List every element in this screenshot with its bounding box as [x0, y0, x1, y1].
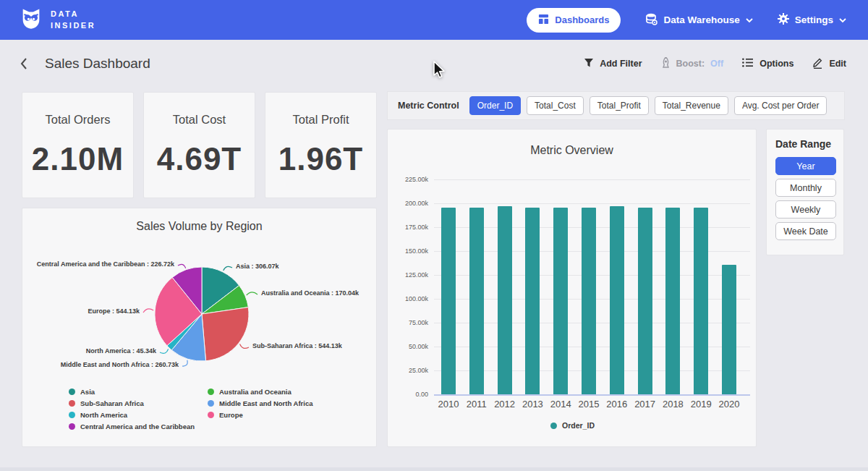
metric-control-label: Metric Control	[398, 101, 459, 111]
pie-legend-item-central-america-and-the-caribbean[interactable]: Central America and the Caribbean	[69, 420, 195, 432]
kpi-card-total-cost: Total Cost 4.69T	[143, 92, 255, 198]
date-range-option-year[interactable]: Year	[775, 157, 836, 175]
pie-label-sub-saharan-africa: Sub-Saharan Africa : 544.13k	[252, 342, 343, 349]
metric-option-order-id[interactable]: Order_ID	[469, 96, 521, 115]
chevron-down-icon	[839, 14, 846, 25]
owl-logo-icon	[19, 7, 43, 34]
pie-legend-item-europe[interactable]: Europe	[208, 409, 313, 420]
data-warehouse-menu[interactable]: Data Warehouse	[645, 13, 752, 27]
pencil-icon	[812, 57, 823, 71]
date-range-option-monthly[interactable]: Monthly	[775, 179, 836, 197]
y-tick-label: 200.00k	[388, 200, 428, 207]
kpi-label: Total Cost	[173, 113, 226, 127]
date-range-option-week-date[interactable]: Week Date	[775, 222, 836, 240]
y-tick-label: 75.00k	[388, 319, 428, 326]
pie-leader-line-europe	[143, 309, 153, 313]
bar-legend-item-order-id[interactable]: Order_ID	[550, 420, 595, 431]
legend-label: Order_ID	[562, 421, 595, 430]
settings-menu[interactable]: Settings	[778, 13, 846, 27]
legend-dot-icon	[69, 423, 75, 430]
pie-label-europe: Europe : 544.13k	[88, 307, 140, 315]
bar-2013[interactable]	[525, 208, 540, 394]
pie-leader-line-sub-saharan-africa	[240, 344, 250, 349]
metric-option-total-profit[interactable]: Total_Profit	[590, 96, 649, 115]
bar-2019[interactable]	[694, 208, 708, 394]
legend-label: Middle East and North Africa	[219, 399, 313, 407]
options-button[interactable]: Options	[742, 58, 793, 69]
metric-option-total-cost[interactable]: Total_Cost	[527, 96, 584, 115]
bar-2017[interactable]	[638, 208, 652, 394]
x-label-2020: 2020	[713, 399, 745, 410]
date-range-panel: Date Range YearMonthlyWeeklyWeek Date	[766, 129, 844, 255]
legend-label: Central America and the Caribbean	[80, 423, 195, 430]
pie-legend-item-australia-and-oceania[interactable]: Australia and Oceania	[208, 386, 313, 397]
bar-2014[interactable]	[553, 208, 568, 394]
gridline	[434, 179, 750, 180]
legend-label: Asia	[80, 388, 95, 396]
bar-2012[interactable]	[498, 206, 512, 394]
kpi-value: 2.10M	[32, 141, 124, 177]
pie-legend-item-asia[interactable]: Asia	[69, 386, 195, 397]
bar-chart-panel: Metric Overview 225.00k200.00k175.00k150…	[387, 129, 757, 447]
x-label-2011: 2011	[461, 399, 493, 410]
boost-toggle[interactable]: Boost: Off	[661, 57, 724, 71]
pie-leader-line-north-america	[160, 349, 169, 353]
pie-leader-line-asia	[224, 266, 232, 271]
legend-dot-icon	[208, 389, 214, 395]
metric-option-avg-cost-per-order[interactable]: Avg. Cost per Order	[734, 96, 827, 115]
pie-slice-sub-saharan-africa[interactable]	[202, 307, 249, 361]
x-label-2010: 2010	[433, 399, 464, 410]
bar-2018[interactable]	[665, 208, 680, 394]
add-filter-button[interactable]: Add Filter	[584, 58, 642, 70]
x-axis-line	[434, 394, 750, 396]
funnel-icon	[584, 58, 594, 70]
pie-label-north-america: North America : 45.34k	[86, 347, 157, 355]
top-navbar: DATA INSIDER Dashboards	[0, 0, 868, 40]
pie-leader-line-central-america-and-the-caribbean	[178, 264, 186, 268]
pie-legend-item-north-america[interactable]: North America	[69, 409, 195, 420]
pie-label-central-america-and-the-caribbean: Central America and the Caribbean : 226.…	[37, 260, 175, 268]
edit-button[interactable]: Edit	[812, 57, 846, 71]
y-tick-label: 175.00k	[388, 224, 428, 231]
legend-dot-icon	[550, 423, 557, 429]
x-label-2016: 2016	[601, 399, 633, 410]
x-label-2013: 2013	[516, 399, 548, 410]
kpi-label: Total Profit	[293, 113, 349, 127]
bar-2011[interactable]	[469, 208, 484, 394]
y-tick-label: 50.00k	[388, 343, 428, 350]
pie-leader-line-australia-and-oceania	[247, 292, 258, 295]
bar-2020[interactable]	[722, 265, 736, 394]
bottom-strip	[0, 467, 868, 471]
legend-dot-icon	[208, 412, 214, 418]
app-root: DATA INSIDER Dashboards	[0, 0, 868, 471]
gear-icon	[778, 13, 789, 27]
y-tick-label: 150.00k	[388, 247, 428, 255]
y-tick-label: 225.00k	[388, 176, 428, 183]
kpi-card-total-profit: Total Profit 1.96T	[265, 92, 377, 198]
bar-2010[interactable]	[441, 208, 456, 394]
metric-control-bar: Metric Control Order_IDTotal_CostTotal_P…	[387, 91, 845, 120]
bar-2015[interactable]	[582, 208, 596, 394]
x-label-2019: 2019	[685, 399, 717, 410]
metric-option-total-revenue[interactable]: Total_Revenue	[655, 96, 728, 115]
brand-logo[interactable]: DATA INSIDER	[19, 7, 95, 34]
pie-label-australia-and-oceania: Australia and Oceania : 170.04k	[261, 289, 359, 297]
brand-name: DATA INSIDER	[51, 9, 95, 32]
pie-legend-item-middle-east-and-north-africa[interactable]: Middle East and North Africa	[208, 397, 313, 409]
date-range-option-weekly[interactable]: Weekly	[775, 200, 836, 218]
dashboards-button[interactable]: Dashboards	[527, 8, 621, 33]
gridline	[434, 203, 750, 204]
pie-legend-item-sub-saharan-africa[interactable]: Sub-Saharan Africa	[69, 397, 195, 409]
pie-chart-title: Sales Volume by Region	[22, 220, 376, 233]
page-header: Sales Dashboard Add Filter Boost: Off	[0, 40, 868, 88]
y-tick-label: 25.00k	[388, 367, 428, 374]
date-range-label: Date Range	[775, 138, 835, 150]
page-title: Sales Dashboard	[45, 56, 150, 72]
bar-2016[interactable]	[610, 206, 624, 394]
kpi-label: Total Orders	[46, 113, 111, 127]
boost-state: Off	[710, 59, 723, 69]
back-button[interactable]	[19, 56, 29, 71]
x-label-2018: 2018	[657, 399, 689, 410]
y-tick-label: 125.00k	[388, 271, 428, 279]
legend-dot-icon	[208, 400, 214, 407]
